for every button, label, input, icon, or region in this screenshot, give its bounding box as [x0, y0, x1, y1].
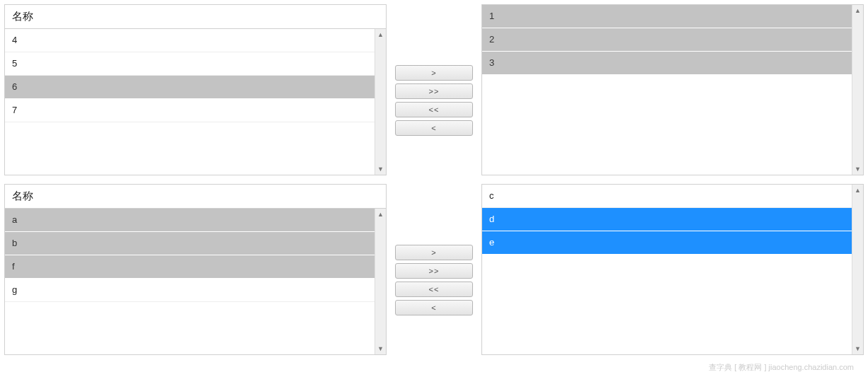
transfer-widget-1: 名称 4 5 6 7 ▲ ▼ > >> << < 1 2 3	[4, 4, 864, 175]
move-all-right-button[interactable]: >>	[395, 83, 473, 99]
scrollbar[interactable]: ▲ ▼	[375, 209, 386, 354]
transfer-widget-2: 名称 a b f g ▲ ▼ > >> << < c d e	[4, 184, 864, 355]
button-column-2: > >> << <	[387, 184, 481, 317]
target-panel-2: c d e ▲ ▼	[481, 184, 864, 355]
source-panel-1: 名称 4 5 6 7 ▲ ▼	[4, 4, 387, 175]
move-all-left-button[interactable]: <<	[395, 102, 473, 117]
list-item[interactable]: a	[5, 209, 375, 232]
scroll-down-icon[interactable]: ▼	[375, 163, 386, 175]
list-item[interactable]: 7	[5, 99, 375, 122]
scroll-up-icon[interactable]: ▲	[852, 5, 863, 16]
scrollbar[interactable]: ▲ ▼	[375, 29, 386, 175]
list-item[interactable]: e	[482, 231, 852, 255]
scrollbar[interactable]: ▲ ▼	[852, 5, 863, 175]
move-right-button[interactable]: >	[395, 245, 473, 260]
scroll-up-icon[interactable]: ▲	[852, 185, 863, 196]
list-item[interactable]: b	[5, 232, 375, 255]
list-item[interactable]: 5	[5, 52, 375, 76]
list-item[interactable]: 2	[482, 28, 852, 52]
move-all-left-button[interactable]: <<	[395, 282, 473, 297]
source-header-2: 名称	[5, 185, 386, 209]
move-left-button[interactable]: <	[395, 120, 473, 136]
list-item[interactable]: 3	[482, 52, 852, 75]
source-panel-2: 名称 a b f g ▲ ▼	[4, 184, 387, 355]
scroll-up-icon[interactable]: ▲	[375, 209, 386, 220]
target-list-1: 1 2 3	[482, 5, 852, 175]
source-header-1: 名称	[5, 5, 386, 29]
source-list-1: 4 5 6 7	[5, 29, 375, 175]
source-body-2: a b f g ▲ ▼	[5, 209, 386, 354]
list-item[interactable]: 4	[5, 29, 375, 52]
move-right-button[interactable]: >	[395, 65, 473, 81]
scroll-down-icon[interactable]: ▼	[852, 343, 863, 354]
list-item[interactable]: g	[5, 279, 375, 302]
move-all-right-button[interactable]: >>	[395, 263, 473, 279]
list-item[interactable]: f	[5, 255, 375, 279]
list-item[interactable]: d	[482, 208, 852, 231]
list-item[interactable]: 6	[5, 76, 375, 99]
source-body-1: 4 5 6 7 ▲ ▼	[5, 29, 386, 175]
target-list-2: c d e	[482, 185, 852, 354]
target-body-1: 1 2 3 ▲ ▼	[482, 5, 863, 175]
button-column-1: > >> << <	[387, 4, 481, 137]
list-item[interactable]: 1	[482, 5, 852, 28]
move-left-button[interactable]: <	[395, 300, 473, 315]
list-item[interactable]: c	[482, 185, 852, 208]
scroll-down-icon[interactable]: ▼	[375, 343, 386, 354]
scroll-down-icon[interactable]: ▼	[852, 163, 863, 175]
target-panel-1: 1 2 3 ▲ ▼	[481, 4, 864, 175]
scroll-up-icon[interactable]: ▲	[375, 29, 386, 40]
watermark-text: 查字典 [ 教程网 ] jiaocheng.chazidian.com	[709, 362, 854, 368]
source-list-2: a b f g	[5, 209, 375, 354]
target-body-2: c d e ▲ ▼	[482, 185, 863, 354]
scrollbar[interactable]: ▲ ▼	[852, 185, 863, 354]
